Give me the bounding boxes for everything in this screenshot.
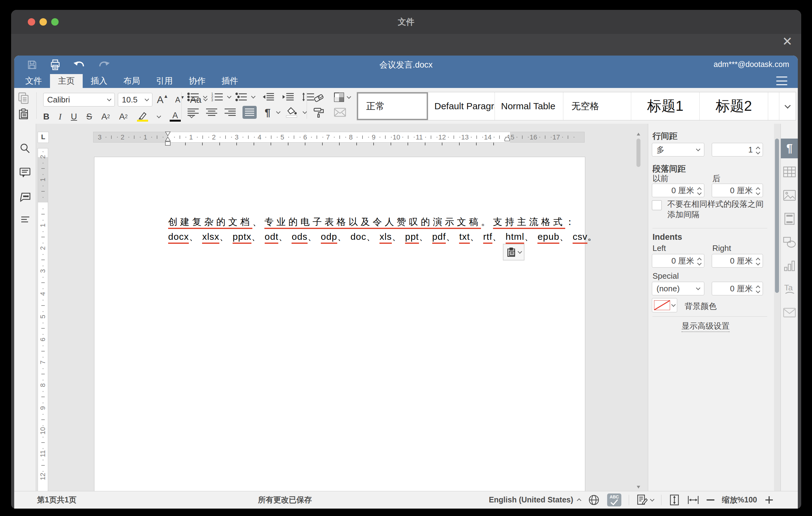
multilevel-list-arrow-icon[interactable]	[251, 94, 256, 98]
paragraph-settings-icon[interactable]: ¶	[781, 139, 798, 158]
color-scheme-arrow-icon[interactable]	[347, 94, 351, 99]
highlight-color-icon[interactable]	[137, 111, 148, 122]
comments-icon[interactable]	[19, 166, 31, 179]
line-spacing-type-select[interactable]: 多	[652, 143, 704, 156]
misspelled-text: 专业的电子表格以及令人赞叹的演示文稿	[264, 217, 481, 229]
indent-left-spinner[interactable]: 0 厘米	[652, 254, 704, 267]
font-color-icon[interactable]: A	[170, 111, 181, 122]
bullet-list-arrow-icon[interactable]	[203, 94, 207, 98]
image-settings-icon[interactable]	[781, 185, 798, 205]
align-right-icon[interactable]	[224, 108, 236, 117]
textart-settings-icon[interactable]: Ta	[781, 279, 798, 299]
indent-right-spinner[interactable]: 0 厘米	[712, 254, 763, 267]
multilevel-list-icon[interactable]	[235, 92, 248, 102]
close-icon[interactable]: ✕	[781, 34, 794, 48]
right-indent-marker-icon[interactable]	[504, 136, 510, 143]
line-spacing-value-spinner[interactable]: 1	[712, 143, 763, 156]
style-no-spacing[interactable]: 无空格	[563, 92, 631, 120]
align-left-icon[interactable]	[187, 108, 199, 117]
no-space-between-checkbox[interactable]	[652, 200, 662, 210]
search-icon[interactable]	[19, 142, 31, 154]
panel-scrollbar-thumb[interactable]	[775, 139, 779, 293]
tab-home[interactable]: 主页	[50, 74, 83, 88]
superscript-icon[interactable]: A2	[101, 112, 110, 122]
background-color-button[interactable]	[652, 298, 677, 312]
shading-bucket-icon[interactable]	[286, 107, 297, 118]
clear-style-icon[interactable]	[313, 92, 325, 102]
shading-bucket-arrow-icon[interactable]	[303, 110, 307, 114]
document-line-1[interactable]: 创建复杂的文档、专业的电子表格以及令人赞叹的演示文稿。支持主流格式：	[168, 216, 577, 228]
justify-icon[interactable]	[242, 106, 257, 119]
font-name-select[interactable]: Calibri	[43, 93, 115, 107]
copy-style-icon[interactable]	[313, 107, 325, 118]
vertical-ruler[interactable]: 21123456789101112	[38, 148, 48, 491]
shape-settings-icon[interactable]	[781, 232, 798, 252]
tab-stop-selector[interactable]: L	[38, 132, 49, 143]
indent-marker-icon[interactable]	[165, 131, 171, 147]
tab-references[interactable]: 引用	[148, 74, 181, 88]
style-normal-table[interactable]: Normal Table	[495, 92, 563, 120]
misspelled-text: docx	[168, 231, 189, 244]
highlight-color-arrow-icon[interactable]	[157, 114, 161, 118]
numbered-list-arrow-icon[interactable]	[227, 94, 231, 98]
page-info[interactable]: 第1页共1页	[37, 491, 77, 508]
table-settings-icon[interactable]	[781, 162, 798, 182]
tab-file[interactable]: 文件	[17, 74, 50, 88]
tab-plugins[interactable]: 插件	[213, 74, 246, 88]
copy-icon[interactable]	[17, 92, 30, 104]
zoom-out-icon[interactable]	[706, 499, 715, 500]
font-size-select[interactable]: 10.5	[118, 93, 152, 107]
document-scrollbar[interactable]	[636, 132, 642, 489]
nonprinting-characters-icon[interactable]: ¶	[265, 107, 270, 118]
style-heading2[interactable]: 标题2	[699, 92, 768, 120]
numbered-list-icon[interactable]: 1 2 3	[211, 92, 223, 102]
paste-icon[interactable]	[17, 108, 30, 120]
spacing-after-spinner[interactable]: 0 厘米	[712, 183, 763, 197]
special-by-spinner[interactable]: 0 厘米	[712, 282, 763, 295]
tab-layout[interactable]: 布局	[115, 74, 148, 88]
nonprinting-characters-arrow-icon[interactable]	[276, 110, 281, 114]
color-scheme-icon[interactable]	[334, 92, 344, 102]
increase-font-icon[interactable]: A▲	[155, 94, 170, 106]
header-footer-settings-icon[interactable]	[781, 209, 798, 229]
track-changes-icon[interactable]	[636, 494, 654, 506]
subscript-icon[interactable]: A2	[119, 112, 128, 122]
document-page[interactable]: 创建复杂的文档、专业的电子表格以及令人赞叹的演示文稿。支持主流格式： docx、…	[94, 157, 585, 491]
spacing-before-spinner[interactable]: 0 厘米	[652, 183, 704, 197]
italic-icon[interactable]: I	[59, 112, 61, 122]
align-center-icon[interactable]	[205, 108, 218, 117]
right-tool-strip: ¶	[781, 124, 798, 491]
decrease-indent-icon[interactable]	[262, 92, 274, 102]
navigation-icon[interactable]	[19, 213, 31, 226]
view-settings-icon[interactable]	[776, 77, 787, 85]
zoom-in-icon[interactable]	[764, 495, 774, 505]
paste-options-button[interactable]	[503, 244, 524, 260]
style-heading1[interactable]: 标题1	[631, 92, 699, 120]
chat-icon[interactable]	[19, 190, 31, 202]
chart-settings-icon[interactable]	[781, 256, 798, 276]
tab-collaboration[interactable]: 协作	[181, 74, 213, 88]
style-default-paragraph[interactable]: Default Paragraph	[428, 92, 495, 120]
fit-width-icon[interactable]	[687, 495, 699, 505]
mail-merge-icon[interactable]	[334, 108, 346, 117]
bold-icon[interactable]: B	[43, 112, 49, 122]
fit-page-icon[interactable]	[669, 494, 680, 506]
scroll-down-icon[interactable]	[636, 485, 640, 489]
increase-indent-icon[interactable]	[282, 92, 294, 102]
scroll-up-icon[interactable]	[636, 133, 640, 136]
advanced-settings-link[interactable]: 显示高级设置	[648, 321, 763, 332]
scrollbar-thumb[interactable]	[636, 139, 640, 167]
bullet-list-icon[interactable]	[187, 92, 199, 102]
language-select[interactable]: English (United States)	[489, 495, 581, 504]
special-select[interactable]: (none)	[652, 282, 704, 295]
strikethrough-icon[interactable]: S	[86, 112, 92, 122]
spell-check-icon[interactable]: ABC	[607, 493, 621, 507]
style-gallery-expand-icon[interactable]	[779, 92, 796, 120]
document-line-2[interactable]: docx、xlsx、pptx、odt、ods、odp、doc、xls、ppt、p…	[168, 231, 597, 243]
decrease-font-icon[interactable]: A▼	[173, 95, 187, 104]
set-language-globe-icon[interactable]	[588, 494, 600, 506]
underline-icon[interactable]: U	[71, 112, 77, 122]
mailmerge-settings-icon[interactable]	[781, 303, 798, 322]
tab-insert[interactable]: 插入	[83, 74, 115, 88]
style-normal[interactable]: 正常	[357, 92, 428, 120]
